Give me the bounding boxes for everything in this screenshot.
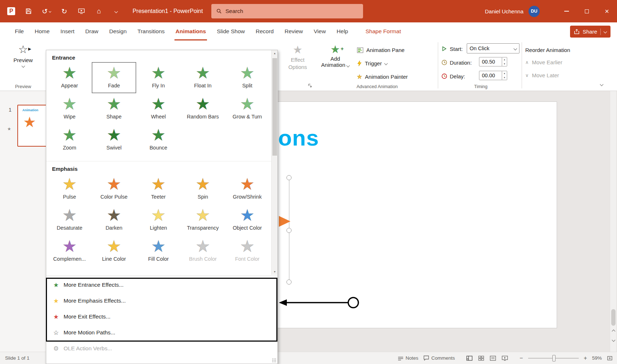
effect-lighten[interactable]: ★Lighten [136, 204, 181, 235]
tab-file[interactable]: File [9, 22, 29, 40]
gallery-scrollbar[interactable]: ▲ ▼ [271, 50, 277, 275]
effect-float-in[interactable]: ★Float In [181, 62, 225, 93]
selection-handle-top[interactable] [286, 175, 292, 180]
animation-painter-button[interactable]: ★ Animation Painter [357, 70, 408, 83]
tab-home[interactable]: Home [29, 22, 55, 40]
share-button[interactable]: Share [570, 26, 610, 38]
effect-wheel[interactable]: ★Wheel [136, 93, 181, 124]
tab-help[interactable]: Help [331, 22, 354, 40]
effect-split[interactable]: ★Split [225, 62, 269, 93]
vertical-scrollbar[interactable] [610, 91, 616, 352]
comments-button[interactable]: Comments [423, 355, 455, 361]
minimize-button[interactable] [556, 0, 577, 22]
orange-arrow-shape[interactable] [279, 216, 290, 227]
effect-line-color[interactable]: ★Line Color [92, 235, 136, 266]
previous-slide-button[interactable] [610, 327, 617, 335]
effect-shape[interactable]: ★Shape [92, 93, 136, 124]
tab-view[interactable]: View [308, 22, 331, 40]
tab-review[interactable]: Review [279, 22, 308, 40]
start-slideshow-button[interactable] [78, 6, 86, 16]
user-name[interactable]: Daniel Uchenna [485, 8, 523, 14]
effect-transparency[interactable]: ★Transparency [181, 204, 225, 235]
slide-title-text[interactable]: ons [278, 125, 319, 151]
quick-access-toolbar-button[interactable] [112, 6, 120, 16]
delay-input[interactable]: 00.00 [479, 71, 502, 80]
zoom-out-button[interactable]: − [519, 355, 523, 361]
zoom-slider[interactable] [528, 355, 579, 361]
notes-button[interactable]: Notes [398, 355, 418, 361]
start-dropdown[interactable]: On Click [467, 43, 519, 53]
effect-wipe[interactable]: ★Wipe [47, 93, 92, 124]
zoom-in-button[interactable]: + [584, 355, 587, 361]
duration-input[interactable]: 00.50 [479, 57, 502, 66]
next-slide-button[interactable] [610, 336, 617, 344]
preview-button[interactable]: ☆▶ Preview [0, 43, 46, 67]
tab-transitions[interactable]: Transitions [132, 22, 170, 40]
tab-animations[interactable]: Animations [170, 22, 211, 40]
duration-increment-button[interactable]: ▲ [502, 57, 507, 62]
effect-label: Teeter [151, 194, 165, 200]
effect-spin[interactable]: ★Spin [181, 173, 225, 204]
redo-button[interactable]: ↻ [60, 6, 68, 16]
effect-color-pulse[interactable]: ★Color Pulse [92, 173, 136, 204]
effect-random-bars[interactable]: ★Random Bars [181, 93, 225, 124]
slide-sorter-view-button[interactable] [478, 356, 484, 361]
effect-desaturate[interactable]: ★Desaturate [47, 204, 92, 235]
zoom-level[interactable]: 59% [592, 355, 602, 361]
selection-handle-bottom[interactable] [286, 280, 292, 285]
annotation-arrow [273, 291, 371, 314]
powerpoint-logo-icon[interactable]: P [7, 6, 15, 16]
search-input[interactable] [225, 8, 358, 14]
tab-slide-show[interactable]: Slide Show [211, 22, 250, 40]
dialog-launcher-icon[interactable] [308, 83, 312, 88]
group-separator [522, 42, 522, 88]
save-button[interactable] [25, 6, 33, 16]
effect-fade[interactable]: ★Fade [92, 62, 136, 93]
delay-decrement-button[interactable]: ▼ [502, 75, 507, 80]
animation-indicator-icon[interactable]: ★ [7, 126, 11, 131]
tab-design[interactable]: Design [104, 22, 132, 40]
effect-object-color[interactable]: ★Object Color [225, 204, 269, 235]
effect-bounce[interactable]: ★Bounce [136, 124, 181, 155]
fit-slide-to-window-button[interactable] [607, 356, 613, 361]
effect-pulse[interactable]: ★Pulse [47, 173, 92, 204]
effect-complementary-color[interactable]: ★Complemen... [47, 235, 92, 266]
avatar[interactable]: DU [528, 6, 540, 17]
effect-appear[interactable]: ★Appear [47, 62, 92, 93]
normal-view-button[interactable] [466, 356, 473, 361]
search-box[interactable] [211, 4, 363, 18]
duration-decrement-button[interactable]: ▼ [502, 62, 507, 66]
effect-fly-in[interactable]: ★Fly In [136, 62, 181, 93]
effect-label: Float In [194, 83, 211, 88]
tab-shape-format[interactable]: Shape Format [360, 22, 406, 40]
effect-grow-turn[interactable]: ★Grow & Turn [225, 93, 269, 124]
zoom-thumb[interactable] [552, 355, 556, 361]
effect-teeter[interactable]: ★Teeter [136, 173, 181, 204]
tab-draw[interactable]: Draw [80, 22, 104, 40]
maximize-button[interactable] [577, 0, 597, 22]
collapse-ribbon-button[interactable] [600, 81, 603, 87]
selection-handle-middle[interactable] [286, 228, 292, 233]
add-animation-button[interactable]: ★+ Add Animation [318, 43, 353, 68]
slide-show-view-button[interactable] [502, 356, 508, 361]
close-button[interactable]: × [597, 0, 617, 22]
gallery-resize-grip[interactable] [272, 358, 276, 363]
delay-increment-button[interactable]: ▲ [502, 71, 507, 75]
effect-zoom[interactable]: ★Zoom [47, 124, 92, 155]
gallery-scrollbar-thumb[interactable] [272, 58, 277, 156]
effect-fill-color[interactable]: ★Fill Color [136, 235, 181, 266]
effect-darken[interactable]: ★Darken [92, 204, 136, 235]
trigger-button[interactable]: Trigger [357, 57, 408, 70]
effect-label: Complemen... [53, 256, 86, 262]
home-button[interactable]: ⌂ [95, 6, 103, 16]
effect-grow-shrink[interactable]: ★Grow/Shrink [225, 173, 269, 204]
gallery-scroll-down-button[interactable]: ▼ [272, 269, 278, 275]
animation-pane-button[interactable]: Animation Pane [357, 43, 408, 57]
undo-button[interactable]: ↺ [42, 6, 51, 16]
effect-swivel[interactable]: ★Swivel [92, 124, 136, 155]
gallery-scroll-up-button[interactable]: ▲ [272, 50, 278, 56]
tab-insert[interactable]: Insert [55, 22, 80, 40]
reading-view-button[interactable] [490, 356, 496, 361]
scrollbar-thumb[interactable] [611, 309, 616, 326]
tab-record[interactable]: Record [250, 22, 279, 40]
